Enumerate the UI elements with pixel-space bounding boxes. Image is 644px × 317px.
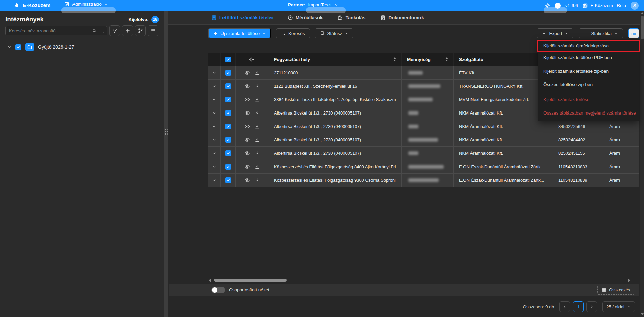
- table-row[interactable]: Albertirsa Bicskei út 1\3., 2730 (040000…: [208, 147, 639, 160]
- eye-icon[interactable]: [244, 124, 250, 129]
- panel-splitter[interactable]: [164, 11, 168, 317]
- eye-icon[interactable]: [244, 137, 250, 143]
- summary-button[interactable]: Összegzés: [597, 286, 634, 295]
- menu-item[interactable]: Kijelölt számlák letöltése zip-ben: [538, 64, 639, 78]
- cell-consumption-site: Albertirsa Bicskei út 1\3., 2730 (040000…: [274, 137, 361, 142]
- theme-toggle[interactable]: [555, 3, 561, 9]
- download-icon[interactable]: [255, 70, 260, 75]
- scroll-left-arrow[interactable]: [209, 279, 211, 282]
- row-checkbox[interactable]: [225, 137, 231, 143]
- row-expand-chevron[interactable]: [212, 71, 216, 75]
- pagination-prev-button[interactable]: [559, 301, 570, 312]
- vertical-scrollbar[interactable]: [640, 11, 644, 317]
- row-checkbox[interactable]: [225, 97, 231, 102]
- sort-icon[interactable]: [443, 57, 448, 61]
- add-button[interactable]: [122, 25, 133, 36]
- download-icon[interactable]: [255, 124, 260, 129]
- menu-item[interactable]: Összes táblázatban megjelenő számla törl…: [538, 106, 639, 120]
- column-header-quantity[interactable]: Mennyiség: [402, 53, 454, 66]
- row-checkbox[interactable]: [225, 164, 231, 170]
- row-expand-chevron[interactable]: [212, 84, 216, 88]
- download-icon[interactable]: [255, 178, 260, 183]
- row-checkbox[interactable]: [225, 110, 231, 116]
- pagination-next-button[interactable]: [586, 301, 597, 312]
- row-expand-chevron[interactable]: [212, 97, 216, 102]
- tree-expand-chevron[interactable]: [7, 45, 11, 49]
- column-resize-handle[interactable]: [453, 55, 453, 63]
- column-header-consumption-site[interactable]: Fogyasztási hely: [268, 53, 402, 66]
- eye-icon[interactable]: [244, 164, 250, 170]
- menu-item[interactable]: Kijelölt számlák törlése: [538, 93, 639, 106]
- download-icon[interactable]: [255, 97, 260, 102]
- eye-icon[interactable]: [244, 110, 250, 116]
- download-icon[interactable]: [255, 164, 260, 169]
- column-settings-button[interactable]: [236, 53, 268, 66]
- scroll-up-arrow[interactable]: [641, 12, 644, 14]
- menu-item[interactable]: Összes letöltése zip-ben: [538, 78, 639, 91]
- select-all-checkbox[interactable]: [221, 53, 236, 66]
- status-filter-button[interactable]: Státusz: [315, 28, 353, 38]
- sort-icon[interactable]: [391, 57, 396, 61]
- eye-icon[interactable]: [244, 150, 250, 156]
- vertical-scroll-thumb[interactable]: [641, 16, 644, 39]
- column-resize-handle[interactable]: [401, 55, 401, 63]
- user-avatar[interactable]: [631, 2, 639, 10]
- toolbar-left: Új számla feltöltése Keresés Státusz: [208, 28, 353, 38]
- check-icon: [226, 71, 230, 75]
- nav-admin-label: Adminisztráció: [72, 2, 102, 7]
- search-icon[interactable]: [92, 28, 97, 33]
- horizontal-scrollbar[interactable]: [208, 278, 635, 282]
- sidebar-search-input[interactable]: [6, 28, 92, 33]
- scroll-right-arrow[interactable]: [628, 279, 630, 282]
- collection-icon: [583, 3, 588, 8]
- row-expand-chevron[interactable]: [212, 178, 216, 182]
- eye-icon[interactable]: [244, 177, 250, 183]
- exact-match-checkbox[interactable]: [100, 29, 104, 33]
- tree-item-collector[interactable]: Gyűjtő 2026-1-27: [7, 42, 74, 52]
- hierarchy-button[interactable]: [135, 25, 146, 36]
- page-size-select[interactable]: 25 / oldal: [602, 301, 635, 312]
- tab-downloaded-invoices[interactable]: Letöltött számlák tételei: [211, 11, 273, 24]
- new-invoice-upload-button[interactable]: Új számla feltöltése: [208, 28, 271, 38]
- filter-button[interactable]: [109, 25, 120, 36]
- table-row[interactable]: Közbeszerzési és Ellátási Főigazgatóság …: [208, 174, 639, 187]
- menu-item[interactable]: Kijelölt számlák letöltése PDF-ben: [538, 51, 639, 64]
- horizontal-scroll-thumb[interactable]: [214, 279, 287, 282]
- download-icon[interactable]: [255, 137, 260, 142]
- table-row[interactable]: Albertirsa Bicskei út 1\3., 2730 (040000…: [208, 133, 639, 147]
- scroll-down-arrow[interactable]: [641, 313, 644, 315]
- statistics-button[interactable]: Statisztika: [579, 28, 623, 38]
- row-expand-chevron[interactable]: [212, 124, 216, 129]
- table-row[interactable]: Albertirsa Bicskei út 1\3., 2730 (040000…: [208, 120, 639, 133]
- eye-icon[interactable]: [244, 83, 250, 89]
- cell-quantity-masked: [402, 147, 454, 160]
- row-expand-chevron[interactable]: [212, 138, 216, 142]
- search-button[interactable]: Keresés: [276, 28, 310, 38]
- cell-utility-type: Áram: [609, 137, 620, 142]
- eye-icon[interactable]: [244, 70, 250, 76]
- tab-documents[interactable]: Dokumentumok: [380, 11, 424, 24]
- menu-item-highlighted[interactable]: Kijelölt számlák újrafeldolgozása: [538, 41, 639, 51]
- tree-checkbox[interactable]: [15, 44, 21, 50]
- row-checkbox[interactable]: [225, 177, 231, 183]
- grouped-view-toggle[interactable]: [211, 287, 225, 293]
- eye-icon[interactable]: [244, 97, 250, 102]
- download-icon[interactable]: [255, 151, 260, 156]
- export-button[interactable]: Export: [537, 28, 573, 38]
- row-checkbox[interactable]: [225, 124, 231, 129]
- list-view-button[interactable]: [148, 25, 158, 36]
- row-expand-chevron[interactable]: [212, 151, 216, 155]
- folder-icon[interactable]: [25, 43, 34, 51]
- download-icon[interactable]: [255, 110, 260, 116]
- row-checkbox[interactable]: [225, 150, 231, 156]
- row-expand-chevron[interactable]: [212, 165, 216, 169]
- pagination-page-1[interactable]: 1: [573, 301, 584, 312]
- row-checkbox[interactable]: [225, 83, 231, 89]
- download-icon[interactable]: [255, 84, 260, 89]
- row-checkbox[interactable]: [225, 70, 231, 76]
- table-row[interactable]: Közbeszerzési és Ellátási Főigazgatóság …: [208, 160, 639, 174]
- bulk-actions-menu-button[interactable]: [628, 28, 639, 38]
- nav-admin-menu[interactable]: Adminisztráció: [64, 2, 108, 7]
- partner-selector[interactable]: Partner: importTeszt: [288, 2, 338, 7]
- row-expand-chevron[interactable]: [212, 111, 216, 115]
